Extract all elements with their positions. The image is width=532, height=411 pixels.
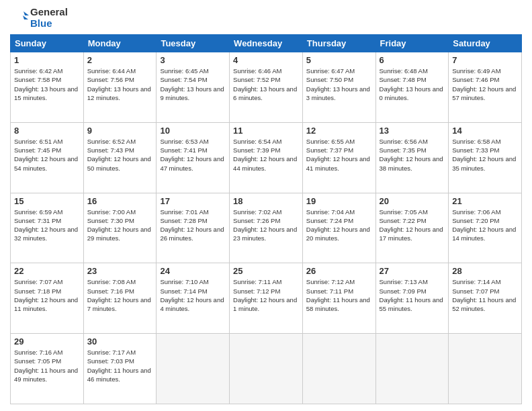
day-info: Sunrise: 6:47 AM Sunset: 7:50 PM Dayligh…	[306, 66, 372, 102]
col-friday: Friday	[375, 35, 449, 52]
calendar-week-row: 1 Sunrise: 6:42 AM Sunset: 7:58 PM Dayli…	[11, 52, 522, 123]
calendar-day-cell: 13 Sunrise: 6:56 AM Sunset: 7:35 PM Dayl…	[375, 122, 449, 193]
day-info: Sunrise: 7:04 AM Sunset: 7:24 PM Dayligh…	[306, 208, 372, 243]
day-number: 1	[14, 55, 80, 65]
calendar-day-cell: 28 Sunrise: 7:14 AM Sunset: 7:07 PM Dayl…	[449, 263, 522, 334]
day-number: 13	[380, 126, 445, 136]
day-info: Sunrise: 6:42 AM Sunset: 7:58 PM Dayligh…	[14, 66, 80, 102]
logo-text-blue: Blue	[30, 18, 68, 30]
day-info: Sunrise: 7:10 AM Sunset: 7:14 PM Dayligh…	[160, 277, 226, 313]
day-number: 6	[380, 55, 445, 65]
col-wednesday: Wednesday	[230, 35, 303, 52]
calendar-week-row: 15 Sunrise: 6:59 AM Sunset: 7:31 PM Dayl…	[11, 193, 522, 263]
calendar-week-row: 29 Sunrise: 7:16 AM Sunset: 7:05 PM Dayl…	[11, 334, 522, 404]
col-thursday: Thursday	[302, 35, 375, 52]
day-info: Sunrise: 7:12 AM Sunset: 7:11 PM Dayligh…	[306, 277, 372, 313]
day-info: Sunrise: 6:58 AM Sunset: 7:33 PM Dayligh…	[452, 137, 518, 173]
day-info: Sunrise: 7:13 AM Sunset: 7:09 PM Dayligh…	[380, 277, 445, 313]
logo: General Blue	[10, 7, 68, 29]
calendar-day-cell: 18 Sunrise: 7:02 AM Sunset: 7:26 PM Dayl…	[230, 193, 303, 263]
calendar-day-cell: 17 Sunrise: 7:01 AM Sunset: 7:28 PM Dayl…	[157, 193, 230, 263]
svg-marker-1	[23, 15, 28, 19]
day-number: 10	[160, 126, 226, 136]
day-number: 7	[452, 55, 518, 65]
day-info: Sunrise: 6:53 AM Sunset: 7:41 PM Dayligh…	[160, 137, 226, 173]
col-monday: Monday	[83, 35, 157, 52]
calendar-day-cell: 6 Sunrise: 6:48 AM Sunset: 7:48 PM Dayli…	[375, 52, 449, 123]
calendar-day-cell: 8 Sunrise: 6:51 AM Sunset: 7:45 PM Dayli…	[11, 122, 84, 193]
col-tuesday: Tuesday	[157, 35, 230, 52]
page-container: General Blue Sunday Monday Tuesday Wedne…	[0, 0, 532, 411]
calendar-day-cell	[157, 334, 230, 404]
day-number: 11	[233, 126, 299, 136]
day-number: 12	[306, 126, 372, 136]
day-number: 3	[160, 55, 226, 65]
calendar-day-cell: 2 Sunrise: 6:44 AM Sunset: 7:56 PM Dayli…	[83, 52, 157, 123]
calendar-day-cell: 23 Sunrise: 7:08 AM Sunset: 7:16 PM Dayl…	[83, 263, 157, 334]
day-info: Sunrise: 6:48 AM Sunset: 7:48 PM Dayligh…	[380, 66, 445, 102]
day-info: Sunrise: 7:14 AM Sunset: 7:07 PM Dayligh…	[452, 277, 518, 313]
day-number: 25	[233, 266, 299, 276]
calendar-week-row: 22 Sunrise: 7:07 AM Sunset: 7:18 PM Dayl…	[11, 263, 522, 334]
calendar-day-cell: 26 Sunrise: 7:12 AM Sunset: 7:11 PM Dayl…	[302, 263, 375, 334]
day-info: Sunrise: 7:07 AM Sunset: 7:18 PM Dayligh…	[14, 277, 80, 313]
day-number: 15	[14, 196, 80, 206]
day-number: 8	[14, 126, 80, 136]
day-info: Sunrise: 7:02 AM Sunset: 7:26 PM Dayligh…	[233, 208, 299, 243]
calendar-day-cell: 14 Sunrise: 6:58 AM Sunset: 7:33 PM Dayl…	[449, 122, 522, 193]
day-number: 5	[306, 55, 372, 65]
svg-marker-0	[24, 11, 29, 15]
day-number: 17	[160, 196, 226, 206]
day-number: 16	[87, 196, 153, 206]
day-number: 20	[380, 196, 445, 206]
day-number: 28	[452, 266, 518, 276]
day-info: Sunrise: 6:51 AM Sunset: 7:45 PM Dayligh…	[14, 137, 80, 173]
day-info: Sunrise: 7:01 AM Sunset: 7:28 PM Dayligh…	[160, 208, 226, 243]
day-info: Sunrise: 6:55 AM Sunset: 7:37 PM Dayligh…	[306, 137, 372, 173]
day-info: Sunrise: 7:05 AM Sunset: 7:22 PM Dayligh…	[380, 208, 445, 243]
calendar-day-cell: 3 Sunrise: 6:45 AM Sunset: 7:54 PM Dayli…	[157, 52, 230, 123]
day-info: Sunrise: 6:52 AM Sunset: 7:43 PM Dayligh…	[87, 137, 153, 173]
calendar-week-row: 8 Sunrise: 6:51 AM Sunset: 7:45 PM Dayli…	[11, 122, 522, 193]
calendar-day-cell: 4 Sunrise: 6:46 AM Sunset: 7:52 PM Dayli…	[230, 52, 303, 123]
calendar-day-cell: 20 Sunrise: 7:05 AM Sunset: 7:22 PM Dayl…	[375, 193, 449, 263]
calendar-day-cell: 7 Sunrise: 6:49 AM Sunset: 7:46 PM Dayli…	[449, 52, 522, 123]
logo-text-general: General	[30, 7, 68, 18]
calendar-day-cell: 19 Sunrise: 7:04 AM Sunset: 7:24 PM Dayl…	[302, 193, 375, 263]
calendar-day-cell: 15 Sunrise: 6:59 AM Sunset: 7:31 PM Dayl…	[11, 193, 84, 263]
day-number: 2	[87, 55, 153, 65]
day-number: 27	[380, 266, 445, 276]
calendar-day-cell: 22 Sunrise: 7:07 AM Sunset: 7:18 PM Dayl…	[11, 263, 84, 334]
col-sunday: Sunday	[11, 35, 84, 52]
day-info: Sunrise: 7:00 AM Sunset: 7:30 PM Dayligh…	[87, 208, 153, 243]
header: General Blue	[10, 7, 522, 29]
col-saturday: Saturday	[449, 35, 522, 52]
day-info: Sunrise: 7:06 AM Sunset: 7:20 PM Dayligh…	[452, 208, 518, 243]
day-info: Sunrise: 6:45 AM Sunset: 7:54 PM Dayligh…	[160, 66, 226, 102]
calendar-day-cell: 12 Sunrise: 6:55 AM Sunset: 7:37 PM Dayl…	[302, 122, 375, 193]
day-number: 19	[306, 196, 372, 206]
calendar-day-cell: 5 Sunrise: 6:47 AM Sunset: 7:50 PM Dayli…	[302, 52, 375, 123]
day-info: Sunrise: 6:46 AM Sunset: 7:52 PM Dayligh…	[233, 66, 299, 102]
calendar-day-cell: 21 Sunrise: 7:06 AM Sunset: 7:20 PM Dayl…	[449, 193, 522, 263]
calendar-day-cell: 9 Sunrise: 6:52 AM Sunset: 7:43 PM Dayli…	[83, 122, 157, 193]
calendar-day-cell: 30 Sunrise: 7:17 AM Sunset: 7:03 PM Dayl…	[83, 334, 157, 404]
day-number: 24	[160, 266, 226, 276]
calendar-day-cell: 16 Sunrise: 7:00 AM Sunset: 7:30 PM Dayl…	[83, 193, 157, 263]
day-number: 30	[87, 336, 153, 347]
calendar-table: Sunday Monday Tuesday Wednesday Thursday…	[10, 34, 522, 404]
calendar-day-cell	[302, 334, 375, 404]
calendar-day-cell: 24 Sunrise: 7:10 AM Sunset: 7:14 PM Dayl…	[157, 263, 230, 334]
calendar-day-cell: 25 Sunrise: 7:11 AM Sunset: 7:12 PM Dayl…	[230, 263, 303, 334]
calendar-day-cell: 27 Sunrise: 7:13 AM Sunset: 7:09 PM Dayl…	[375, 263, 449, 334]
day-info: Sunrise: 6:44 AM Sunset: 7:56 PM Dayligh…	[87, 66, 153, 102]
day-info: Sunrise: 7:08 AM Sunset: 7:16 PM Dayligh…	[87, 277, 153, 313]
day-number: 26	[306, 266, 372, 276]
day-info: Sunrise: 7:17 AM Sunset: 7:03 PM Dayligh…	[87, 348, 153, 383]
day-number: 29	[14, 336, 80, 347]
day-number: 18	[233, 196, 299, 206]
day-info: Sunrise: 6:49 AM Sunset: 7:46 PM Dayligh…	[452, 66, 518, 102]
day-number: 21	[452, 196, 518, 206]
day-number: 14	[452, 126, 518, 136]
day-number: 4	[233, 55, 299, 65]
